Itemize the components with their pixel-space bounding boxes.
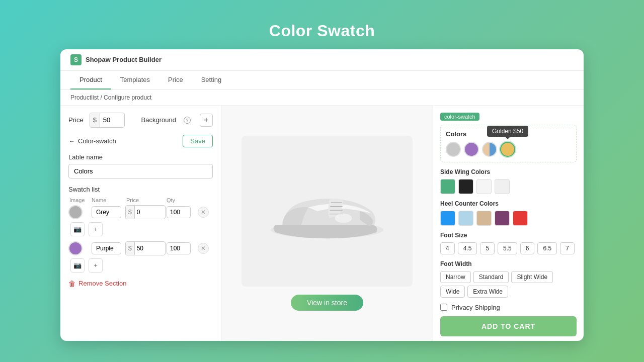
width-extra-wide[interactable]: Extra Wide bbox=[467, 286, 508, 298]
swatch-price-grey[interactable] bbox=[135, 209, 152, 216]
main-content: Price $ Background ? + ← Color-swatch Sa… bbox=[60, 106, 584, 341]
swatch-blue-right[interactable] bbox=[482, 142, 497, 157]
golden-tooltip: Golden $50 bbox=[487, 126, 528, 137]
foot-size-title: Foot Size bbox=[440, 232, 577, 239]
swatch-item-grey: $ ✕ bbox=[68, 205, 213, 219]
heel-tan[interactable] bbox=[476, 211, 492, 226]
side-wing-light[interactable] bbox=[495, 179, 510, 194]
side-wing-section: Side Wing Colors bbox=[440, 168, 577, 194]
heel-dark-purple[interactable] bbox=[495, 211, 510, 226]
breadcrumb-parent: Productlist bbox=[70, 94, 99, 101]
size-5-5[interactable]: 5.5 bbox=[498, 242, 517, 254]
swatch-purple-right[interactable] bbox=[464, 142, 479, 157]
color-swatch-badge: color-swatch bbox=[440, 113, 479, 121]
size-6[interactable]: 6 bbox=[520, 242, 535, 254]
page-title: Color Swatch bbox=[269, 22, 375, 40]
price-input[interactable] bbox=[100, 116, 124, 124]
right-panel-inner: color-swatch Colors Golden $50 bbox=[440, 112, 577, 336]
swatch-actions-purple: 📷 + bbox=[70, 258, 213, 273]
foot-width-buttons: Narrow Standard Slight Wide Wide Extra W… bbox=[440, 271, 577, 298]
product-shoe-svg bbox=[257, 161, 397, 261]
swatch-add-btn-purple[interactable]: + bbox=[89, 258, 103, 273]
swatch-list-header: Image Name Price Qty bbox=[68, 197, 213, 203]
save-button[interactable]: Save bbox=[183, 135, 213, 147]
top-bar: S Shopaw Product Builder bbox=[60, 49, 584, 71]
width-narrow[interactable]: Narrow bbox=[440, 271, 471, 283]
swatch-name-grey[interactable] bbox=[92, 206, 121, 218]
width-standard[interactable]: Standard bbox=[473, 271, 509, 283]
privacy-shipping-checkbox[interactable] bbox=[440, 304, 447, 311]
width-slight-wide[interactable]: Slight Wide bbox=[511, 271, 553, 283]
swatch-price-purple[interactable] bbox=[135, 245, 152, 252]
background-label: Background bbox=[141, 116, 176, 124]
brand-icon: S bbox=[70, 54, 82, 65]
swatch-golden[interactable] bbox=[500, 142, 515, 157]
swatch-image-btn-grey[interactable]: 📷 bbox=[70, 222, 85, 236]
heel-light-blue[interactable] bbox=[458, 211, 473, 226]
size-5[interactable]: 5 bbox=[480, 242, 495, 254]
price-dollar-sign: $ bbox=[90, 113, 100, 127]
swatch-name-purple[interactable] bbox=[92, 242, 121, 254]
price-bg-row: Price $ Background ? + bbox=[68, 113, 213, 128]
swatch-image-btn-purple[interactable]: 📷 bbox=[70, 258, 85, 273]
col-image: Image bbox=[69, 197, 92, 203]
swatch-qty-purple[interactable] bbox=[167, 242, 191, 254]
swatch-actions-grey: 📷 + bbox=[70, 222, 213, 236]
col-name: Name bbox=[92, 197, 126, 203]
foot-width-title: Foot Width bbox=[440, 260, 577, 267]
swatch-item-purple: $ ✕ bbox=[68, 241, 213, 255]
foot-size-section: Foot Size 4 4.5 5 5.5 6 6.5 7 bbox=[440, 232, 577, 254]
col-qty: Qty bbox=[167, 197, 197, 203]
size-7[interactable]: 7 bbox=[560, 242, 575, 254]
back-button[interactable]: ← Color-swatch bbox=[68, 137, 116, 145]
heel-red[interactable] bbox=[513, 211, 528, 226]
left-panel: Price $ Background ? + ← Color-swatch Sa… bbox=[60, 106, 221, 341]
color-swatch-label: Color-swatch bbox=[78, 137, 116, 145]
size-6-5[interactable]: 6.5 bbox=[537, 242, 557, 254]
swatch-price-wrap-purple: $ bbox=[125, 241, 166, 255]
add-to-cart-button[interactable]: ADD TO CART bbox=[440, 316, 577, 336]
app-window: S Shopaw Product Builder Product Templat… bbox=[60, 49, 584, 341]
width-wide[interactable]: Wide bbox=[440, 286, 465, 298]
heel-counter-title: Heel Counter Colors bbox=[440, 200, 577, 207]
tab-setting[interactable]: Setting bbox=[192, 71, 230, 89]
tab-product[interactable]: Product bbox=[70, 71, 111, 89]
nav-tabs: Product Templates Price Setting bbox=[60, 71, 584, 90]
heel-counter-swatches bbox=[440, 211, 577, 226]
price-label: Price bbox=[68, 116, 84, 124]
swatch-remove-purple[interactable]: ✕ bbox=[198, 243, 209, 254]
colors-section-box: Colors Golden $50 bbox=[440, 125, 577, 162]
center-panel: View in store bbox=[221, 106, 433, 341]
swatch-remove-grey[interactable]: ✕ bbox=[198, 207, 209, 218]
swatch-light-grey[interactable] bbox=[446, 142, 461, 157]
background-info-icon: ? bbox=[184, 117, 191, 124]
tab-price[interactable]: Price bbox=[159, 71, 192, 89]
privacy-shipping-label: Privacy Shipping bbox=[451, 304, 500, 311]
side-wing-black[interactable] bbox=[458, 179, 473, 194]
product-image-area bbox=[242, 136, 413, 287]
view-in-store-button[interactable]: View in store bbox=[291, 295, 363, 311]
side-wing-white[interactable] bbox=[476, 179, 492, 194]
colors-swatches bbox=[446, 142, 571, 157]
right-panel: color-swatch Colors Golden $50 bbox=[433, 106, 584, 341]
privacy-shipping-row: Privacy Shipping bbox=[440, 304, 577, 311]
breadcrumb-current: Configure product bbox=[104, 94, 151, 101]
lable-name-input[interactable] bbox=[68, 164, 213, 178]
remove-section[interactable]: 🗑 Remove Section bbox=[68, 280, 213, 288]
background-add-button[interactable]: + bbox=[200, 114, 213, 127]
swatch-header: ← Color-swatch Save bbox=[68, 135, 213, 147]
side-wing-swatches bbox=[440, 179, 577, 194]
tab-templates[interactable]: Templates bbox=[111, 71, 159, 89]
size-4-5[interactable]: 4.5 bbox=[458, 242, 477, 254]
side-wing-green[interactable] bbox=[440, 179, 455, 194]
heel-blue[interactable] bbox=[440, 211, 455, 226]
swatch-qty-grey[interactable] bbox=[167, 206, 191, 218]
size-4[interactable]: 4 bbox=[440, 242, 455, 254]
swatch-color-purple bbox=[68, 241, 83, 255]
swatch-add-btn-grey[interactable]: + bbox=[89, 222, 103, 236]
colors-row-wrap: Golden $50 bbox=[446, 142, 571, 157]
lable-name-label: Lable name bbox=[68, 153, 213, 161]
foot-size-buttons: 4 4.5 5 5.5 6 6.5 7 bbox=[440, 242, 577, 254]
swatch-color-grey bbox=[68, 205, 83, 219]
heel-counter-section: Heel Counter Colors bbox=[440, 200, 577, 226]
